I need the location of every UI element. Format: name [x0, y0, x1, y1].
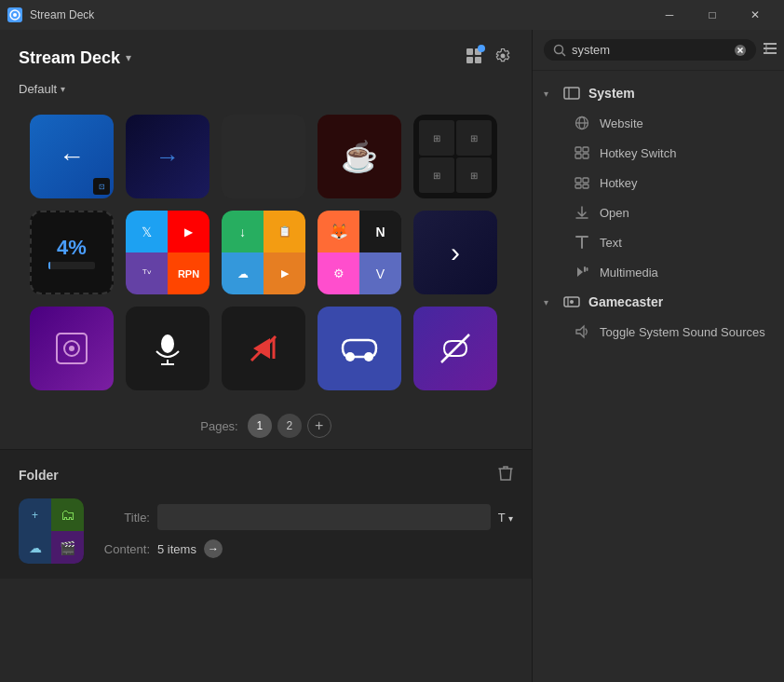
page-add-button[interactable]: + [307, 414, 331, 438]
notification-dot [478, 45, 485, 52]
system-section-header[interactable]: ▾ System [533, 78, 784, 108]
titlebar: Stream Deck ─ □ ✕ [0, 0, 784, 30]
key-1-1[interactable]: ← ⊡ [30, 115, 114, 198]
deck-title-group[interactable]: Stream Deck ▾ [19, 48, 131, 68]
profile-chevron: ▾ [61, 84, 65, 94]
svg-rect-36 [575, 178, 581, 183]
svg-rect-39 [583, 184, 588, 188]
key-2-5[interactable]: › [413, 211, 497, 294]
svg-rect-37 [583, 178, 588, 183]
app-icon [7, 7, 22, 22]
website-label: Website [600, 116, 643, 130]
svg-point-18 [555, 45, 563, 53]
search-input[interactable] [572, 43, 728, 57]
key-2-2[interactable]: 𝕏 ▶ ᵀᵛ RPN [126, 211, 210, 294]
deck-title: Stream Deck [19, 48, 120, 68]
deck-grid-button[interactable] [463, 45, 485, 71]
website-icon [574, 115, 590, 131]
key-3-2[interactable] [126, 307, 210, 390]
folder-content: + 🗂 ☁ 🎬 Title: T ▾ Content [19, 498, 513, 564]
sidebar-item-hotkey-switch[interactable]: Hotkey Switch [533, 138, 784, 168]
folder-delete-button[interactable] [498, 465, 513, 485]
toggle-sound-label: Toggle System Sound Sources [600, 325, 765, 339]
key-1-2[interactable]: → [126, 115, 210, 198]
title-field-row: Title: T ▾ [99, 504, 513, 530]
gamecaster-section-header[interactable]: ▾ Gamecaster [533, 287, 784, 317]
minimize-button[interactable]: ─ [648, 0, 691, 30]
open-icon [574, 204, 590, 221]
svg-rect-38 [575, 184, 581, 188]
svg-marker-43 [577, 267, 583, 277]
sidebar-item-multimedia[interactable]: Multimedia [533, 257, 784, 287]
folder-icon-tl: + [19, 498, 51, 531]
folder-panel-title: Folder [19, 468, 59, 483]
key-2-4[interactable]: 🦊 N ⚙ V [318, 211, 401, 294]
profile-selector[interactable]: Default ▾ [0, 78, 532, 107]
window-controls: ─ □ ✕ [648, 0, 777, 30]
folder-header: Folder [19, 465, 513, 485]
deck-settings-button[interactable] [493, 46, 513, 70]
key-3-5[interactable] [413, 307, 497, 390]
pagination: Pages: 1 2 + [0, 402, 532, 449]
deck-title-chevron: ▾ [126, 51, 131, 64]
svg-rect-35 [583, 154, 588, 158]
list-view-button[interactable] [762, 40, 778, 60]
search-bar [533, 30, 784, 71]
system-chevron-icon: ▾ [544, 89, 555, 99]
search-icon [553, 44, 566, 57]
search-input-wrap [544, 39, 756, 61]
key-3-1[interactable] [30, 307, 114, 390]
svg-point-9 [161, 334, 174, 353]
maximize-button[interactable]: □ [691, 0, 734, 30]
main-content: Stream Deck ▾ [0, 30, 784, 682]
key-1-3[interactable] [222, 115, 305, 198]
gamecaster-section-label: Gamecaster [588, 294, 663, 309]
deck-header: Stream Deck ▾ [0, 30, 532, 78]
system-section-icon [562, 84, 581, 102]
multimedia-label: Multimedia [600, 266, 658, 280]
folder-icon-br: 🎬 [51, 531, 84, 564]
folder-fields: Title: T ▾ Content: 5 items → [99, 504, 513, 558]
content-value: 5 items [157, 542, 196, 556]
right-panel: ▾ System Website [533, 30, 784, 682]
title-input[interactable] [157, 504, 491, 530]
key-2-3[interactable]: ↓ 📋 ☁ ▶ [222, 211, 305, 294]
gamecaster-section-icon [562, 293, 581, 311]
system-section-label: System [588, 86, 635, 101]
sidebar-item-open[interactable]: Open [533, 198, 784, 227]
svg-rect-34 [575, 154, 581, 158]
text-label: Text [600, 236, 622, 250]
sidebar-item-toggle-sound[interactable]: Toggle System Sound Sources [533, 317, 784, 347]
multimedia-icon [574, 264, 590, 280]
gamecaster-chevron-icon: ▾ [544, 297, 555, 307]
page-2-button[interactable]: 2 [277, 414, 302, 438]
key-2-1[interactable]: 4% [30, 211, 114, 294]
page-1-button[interactable]: 1 [248, 414, 272, 438]
svg-marker-49 [576, 326, 584, 337]
key-1-4[interactable]: ☕ [318, 115, 401, 198]
sidebar-list: ▾ System Website [533, 71, 784, 682]
close-button[interactable]: ✕ [734, 0, 777, 30]
svg-rect-5 [475, 57, 481, 63]
key-1-5[interactable]: ⊞ ⊞ ⊞ ⊞ [413, 115, 497, 198]
svg-line-17 [441, 334, 469, 362]
content-field-row: Content: 5 items → [99, 539, 513, 558]
content-field-label: Content: [99, 542, 150, 556]
hotkey-icon [574, 174, 590, 191]
pages-label: Pages: [200, 419, 237, 433]
content-navigate-button[interactable]: → [204, 539, 223, 558]
search-clear-button[interactable] [734, 44, 747, 57]
svg-point-1 [13, 13, 17, 17]
sidebar-item-hotkey[interactable]: Hotkey [533, 168, 784, 198]
profile-label: Default [19, 82, 57, 96]
folder-icon-tr: 🗂 [51, 498, 84, 531]
key-3-4[interactable] [318, 307, 401, 390]
sidebar-item-website[interactable]: Website [533, 108, 784, 138]
folder-icon-bl: ☁ [19, 531, 51, 564]
folder-panel: Folder + 🗂 ☁ 🎬 Title: [0, 449, 532, 579]
font-button[interactable]: T ▾ [498, 511, 513, 525]
key-3-3[interactable] [222, 307, 305, 390]
folder-icon: + 🗂 ☁ 🎬 [19, 498, 84, 564]
svg-rect-4 [466, 57, 473, 63]
sidebar-item-text[interactable]: Text [533, 227, 784, 257]
